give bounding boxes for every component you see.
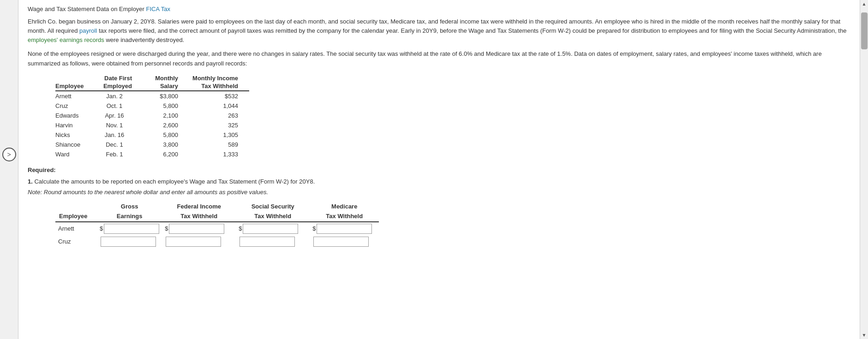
- employee-table-row: Cruz Oct. 1 5,800 1,044: [55, 101, 249, 111]
- medicare-tax-input[interactable]: [313, 237, 369, 247]
- payroll-link[interactable]: payroll: [79, 27, 97, 34]
- input-table-row: Arnett $ $ $ $: [55, 222, 379, 235]
- input-col-employee-1: [55, 202, 97, 212]
- employee-table-row: Nicks Jan. 16 5,800 1,305: [55, 130, 249, 140]
- dollar-sign-medicare: $: [312, 225, 316, 232]
- employee-name-cell: Arnett: [55, 91, 97, 101]
- input-employee-name: Arnett: [55, 222, 97, 235]
- salary-cell: 2,600: [143, 120, 189, 130]
- input-table-row: Cruz: [55, 235, 379, 248]
- employee-data-table: Date First Monthly Monthly Income Employ…: [55, 74, 249, 159]
- employee-name-cell: Edwards: [55, 111, 97, 120]
- ss-tax-cell[interactable]: [236, 235, 310, 248]
- input-col-fed-1: Federal Income: [162, 202, 236, 212]
- col-tax-header-2: Tax Withheld: [189, 82, 249, 91]
- employee-name-cell: Shiancoe: [55, 140, 97, 149]
- note-text: Note: Round amounts to the nearest whole…: [28, 189, 850, 196]
- input-col-ss-2: Tax Withheld: [236, 212, 310, 222]
- date-cell: Oct. 1: [97, 101, 143, 111]
- ss-tax-input[interactable]: [239, 237, 295, 247]
- salary-cell: 5,800: [143, 101, 189, 111]
- tax-cell: 1,305: [189, 130, 249, 140]
- question-text: 1. Calculate the amounts to be reported …: [28, 178, 850, 185]
- employee-name-cell: Nicks: [55, 130, 97, 140]
- input-col-gross-2: Earnings: [97, 212, 162, 222]
- ss-tax-input[interactable]: [243, 224, 298, 234]
- date-cell: Dec. 1: [97, 140, 143, 149]
- col-salary-header-2: Salary: [143, 82, 189, 91]
- tax-cell: $532: [189, 91, 249, 101]
- input-employee-name: Cruz: [55, 235, 97, 248]
- date-cell: Feb. 1: [97, 149, 143, 159]
- date-cell: Apr. 16: [97, 111, 143, 120]
- left-nav: >: [0, 0, 18, 339]
- date-cell: Jan. 2: [97, 91, 143, 101]
- federal-tax-input[interactable]: [166, 237, 221, 247]
- col-date-header-1: Date First: [97, 74, 143, 82]
- col-salary-header-1: Monthly: [143, 74, 189, 82]
- date-cell: Jan. 16: [97, 130, 143, 140]
- col-tax-header-1: Monthly Income: [189, 74, 249, 82]
- required-label: Required:: [28, 167, 850, 173]
- fica-tax-link[interactable]: FICA Tax: [146, 6, 171, 12]
- salary-cell: $3,800: [143, 91, 189, 101]
- employee-table-row: Ward Feb. 1 6,200 1,333: [55, 149, 249, 159]
- dollar-sign-fed: $: [165, 225, 168, 232]
- fed-tax-cell[interactable]: [162, 235, 236, 248]
- salary-cell: 6,200: [143, 149, 189, 159]
- input-col-gross-1: Gross: [97, 202, 162, 212]
- paragraph-1: Ehrlich Co. began business on January 2,…: [28, 17, 850, 45]
- employee-table-row: Arnett Jan. 2 $3,800 $532: [55, 91, 249, 101]
- employee-table-row: Harvin Nov. 1 2,600 325: [55, 120, 249, 130]
- gross-earnings-input[interactable]: [101, 237, 156, 247]
- input-table: Gross Federal Income Social Security Med…: [55, 202, 379, 248]
- main-content: Wage and Tax Statement Data on Employer …: [18, 0, 860, 339]
- salary-cell: 3,800: [143, 140, 189, 149]
- chevron-right-icon: >: [7, 151, 11, 158]
- salary-cell: 2,100: [143, 111, 189, 120]
- federal-tax-input[interactable]: [169, 224, 224, 234]
- medicare-tax-input[interactable]: [317, 224, 372, 234]
- input-col-med-2: Tax Withheld: [310, 212, 379, 222]
- earnings-records-link[interactable]: employees' earnings records: [28, 36, 104, 43]
- ss-tax-cell[interactable]: $: [236, 222, 310, 235]
- salary-cell: 5,800: [143, 130, 189, 140]
- scrollbar-thumb[interactable]: [861, 12, 868, 49]
- input-col-employee-2: Employee: [55, 212, 97, 222]
- tax-cell: 263: [189, 111, 249, 120]
- tax-cell: 589: [189, 140, 249, 149]
- gross-earnings-cell[interactable]: $: [97, 222, 162, 235]
- dollar-sign-gross: $: [100, 225, 103, 232]
- scroll-down-arrow[interactable]: ▼: [861, 331, 868, 339]
- medicare-tax-cell[interactable]: [310, 235, 379, 248]
- employee-name-cell: Harvin: [55, 120, 97, 130]
- dollar-sign-ss: $: [239, 225, 242, 232]
- input-col-ss-1: Social Security: [236, 202, 310, 212]
- tax-cell: 1,333: [189, 149, 249, 159]
- fed-tax-cell[interactable]: $: [162, 222, 236, 235]
- employee-table-row: Shiancoe Dec. 1 3,800 589: [55, 140, 249, 149]
- input-col-fed-2: Tax Withheld: [162, 212, 236, 222]
- input-col-med-1: Medicare: [310, 202, 379, 212]
- tax-cell: 325: [189, 120, 249, 130]
- tax-cell: 1,044: [189, 101, 249, 111]
- medicare-tax-cell[interactable]: $: [310, 222, 379, 235]
- col-employee-header: [55, 74, 97, 82]
- page-title: Wage and Tax Statement Data on Employer …: [28, 6, 850, 12]
- employee-name-cell: Cruz: [55, 101, 97, 111]
- date-cell: Nov. 1: [97, 120, 143, 130]
- gross-earnings-input[interactable]: [104, 224, 159, 234]
- scroll-up-arrow[interactable]: ▲: [861, 0, 868, 8]
- paragraph-2: None of the employees resigned or were d…: [28, 49, 850, 68]
- scrollbar[interactable]: ▲ ▼: [860, 0, 868, 339]
- col-employee-header-2: Employee: [55, 82, 97, 91]
- nav-arrow-button[interactable]: >: [2, 148, 16, 161]
- employee-name-cell: Ward: [55, 149, 97, 159]
- employee-table-row: Edwards Apr. 16 2,100 263: [55, 111, 249, 120]
- col-date-header-2: Employed: [97, 82, 143, 91]
- gross-earnings-cell[interactable]: [97, 235, 162, 248]
